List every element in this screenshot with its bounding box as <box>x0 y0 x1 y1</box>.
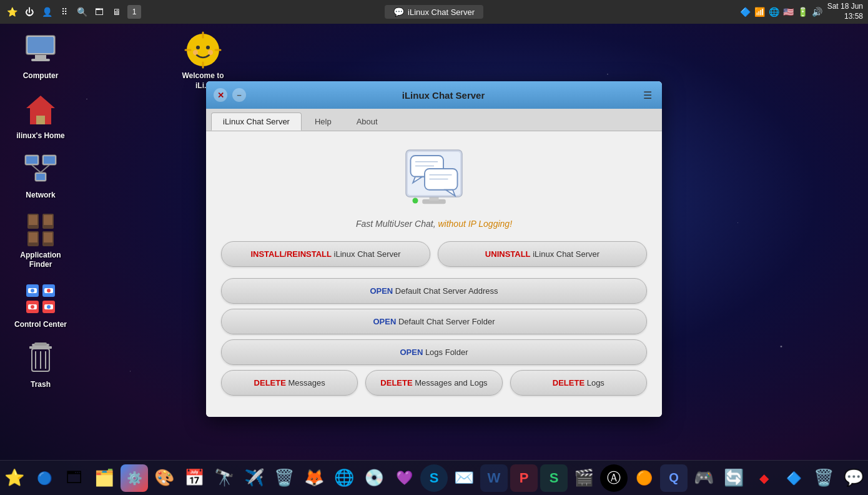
svg-point-50 <box>208 50 213 55</box>
user-taskbar-icon[interactable]: 👤 <box>40 5 54 19</box>
svg-point-42 <box>187 34 219 66</box>
window-menu-button[interactable]: ☰ <box>641 88 654 102</box>
star-taskbar-icon[interactable]: ⭐ <box>5 5 19 19</box>
control-center-icon <box>22 280 59 318</box>
window-close-button[interactable]: ✕ <box>214 88 227 102</box>
tab-ilinux-chat-server[interactable]: iLinux Chat Server <box>211 112 302 131</box>
dock-apps[interactable]: 🔵 <box>31 464 58 492</box>
uninstall-button[interactable]: UNINSTALL iLinux Chat Server <box>438 241 647 267</box>
volume-icon[interactable]: 🔊 <box>812 7 822 17</box>
desktop-icon-computer[interactable]: Computer <box>12 31 69 81</box>
dock-settings[interactable]: ⚙️ <box>121 464 148 492</box>
dock-mail[interactable]: ✉️ <box>450 464 478 492</box>
dock-timeshift[interactable]: 🔄 <box>720 464 747 492</box>
dock-disk[interactable]: 💿 <box>360 464 388 492</box>
dock-wps[interactable]: P <box>510 464 538 492</box>
dock-binoculars[interactable]: 🔭 <box>210 464 238 492</box>
dock-files[interactable]: 🗔 <box>61 464 88 492</box>
flag-icon[interactable]: 🇺🇸 <box>783 7 794 17</box>
app-logo-svg <box>397 144 471 212</box>
svg-rect-3 <box>31 59 50 61</box>
taskbar-center-app[interactable]: 💬 iLinux Chat Server <box>385 5 483 19</box>
svg-point-48 <box>206 46 210 49</box>
delete-messages-logs-button[interactable]: DELETE Messages and Logs <box>365 370 502 396</box>
power-taskbar-icon[interactable]: ⏻ <box>22 5 36 19</box>
time-label: 13:58 <box>827 12 863 22</box>
dock-anote[interactable]: Ⓐ <box>600 464 628 492</box>
dock-filemanager[interactable]: 🗂️ <box>91 464 118 492</box>
taskbar-right: 🔷 📶 🌐 🇺🇸 🔋 🔊 Sat 18 Jun 13:58 <box>740 2 863 21</box>
computer-icon <box>22 31 59 69</box>
dock-viber[interactable]: 💜 <box>390 464 418 492</box>
app-window: ✕ − iLinux Chat Server ☰ iLinux Chat Ser… <box>206 81 662 417</box>
desktop-icon-trash[interactable]: Trash <box>12 340 69 390</box>
svg-rect-20 <box>29 232 37 242</box>
app-finder-icon <box>22 211 59 248</box>
bluetooth-icon[interactable]: 🔷 <box>740 7 751 17</box>
apps-taskbar-icon[interactable]: ⠿ <box>57 5 71 19</box>
open-logs-button[interactable]: OPEN Logs Folder <box>221 339 647 365</box>
signal-icon[interactable]: 📶 <box>754 7 765 17</box>
app-tagline: Fast MultiUser Chat, without IP Logging! <box>356 219 512 229</box>
open-address-button[interactable]: OPEN Default Chat Server Address <box>221 278 647 304</box>
desktop: ⭐ ⏻ 👤 ⠿ 🔍 🗔 🖥 1 💬 iLinux Chat Server 🔷 📶… <box>0 0 868 495</box>
tab-about[interactable]: About <box>345 112 390 131</box>
dock-teamviewer[interactable]: 🔷 <box>780 464 807 492</box>
desktop-icon-app-finder[interactable]: Application Finder <box>12 211 69 270</box>
battery-icon[interactable]: 🔋 <box>797 7 808 17</box>
dock-steam[interactable]: 🎮 <box>690 464 718 492</box>
delete-messages-button[interactable]: DELETE Messages <box>221 370 358 396</box>
svg-rect-22 <box>44 232 52 242</box>
dock-star[interactable]: ⭐ <box>1 464 28 492</box>
desktop-icon-home[interactable]: ilinux's Home <box>12 91 69 141</box>
dock-calendar[interactable]: 📅 <box>180 464 208 492</box>
svg-rect-36 <box>34 342 47 346</box>
svg-point-47 <box>196 46 200 49</box>
dock-palette[interactable]: 🎨 <box>150 464 178 492</box>
svg-rect-10 <box>44 156 55 164</box>
dock-chrome[interactable]: 🌐 <box>330 464 358 492</box>
desktop-icon-network[interactable]: Network <box>12 151 69 201</box>
dock-word[interactable]: W <box>480 464 508 492</box>
dock-chat[interactable]: 💬 <box>840 464 867 492</box>
install-row: INSTALL/REINSTALL iLinux Chat Server UNI… <box>221 241 647 267</box>
window-taskbar-icon[interactable]: 🗔 <box>92 5 106 19</box>
dock-skype[interactable]: S <box>420 464 448 492</box>
dock-trash1[interactable]: 🗑️ <box>270 464 298 492</box>
home-icon <box>22 91 59 129</box>
dock-vlc[interactable]: 🟠 <box>630 464 658 492</box>
workspace-number[interactable]: 1 <box>127 5 141 19</box>
window-tabs: iLinux Chat Server Help About <box>206 109 662 131</box>
tab-help[interactable]: Help <box>303 112 343 131</box>
dock-screencast[interactable]: 🎬 <box>570 464 598 492</box>
network-label: Network <box>26 191 55 201</box>
dock-trash2[interactable]: 🗑️ <box>810 464 837 492</box>
monitor-taskbar-icon[interactable]: 🖥 <box>110 5 124 19</box>
svg-line-13 <box>32 165 41 172</box>
window-titlebar: ✕ − iLinux Chat Server ☰ <box>206 81 662 109</box>
dock-sheets[interactable]: S <box>540 464 568 492</box>
dock-anydesk[interactable]: ◆ <box>750 464 777 492</box>
computer-label: Computer <box>23 71 59 81</box>
dock-send[interactable]: ✈️ <box>240 464 268 492</box>
window-minimize-button[interactable]: − <box>232 88 246 102</box>
svg-rect-5 <box>36 116 45 124</box>
svg-point-59 <box>413 198 418 204</box>
taskbar-system-icons: 🔷 📶 🌐 🇺🇸 🔋 🔊 <box>740 7 822 17</box>
network-icon[interactable]: 🌐 <box>769 7 779 17</box>
open-folder-button[interactable]: OPEN Default Chat Server Folder <box>221 309 647 334</box>
dock-qbt[interactable]: Q <box>660 464 688 492</box>
svg-point-34 <box>47 305 51 309</box>
svg-rect-8 <box>26 156 37 164</box>
home-label: ilinux's Home <box>16 131 65 141</box>
svg-point-25 <box>31 289 34 292</box>
delete-logs-button[interactable]: DELETE Logs <box>510 370 647 396</box>
window-content: Fast MultiUser Chat, without IP Logging!… <box>206 131 662 417</box>
desktop-icon-control-center[interactable]: Control Center <box>12 280 69 330</box>
install-button[interactable]: INSTALL/REINSTALL iLinux Chat Server <box>221 241 430 267</box>
window-title: iLinux Chat Server <box>251 90 636 101</box>
desktop-icons: Computer ilinux's Home <box>12 31 69 389</box>
app-finder-label: Application Finder <box>20 251 61 270</box>
search-taskbar-icon[interactable]: 🔍 <box>75 5 89 19</box>
dock-firefox[interactable]: 🦊 <box>300 464 328 492</box>
